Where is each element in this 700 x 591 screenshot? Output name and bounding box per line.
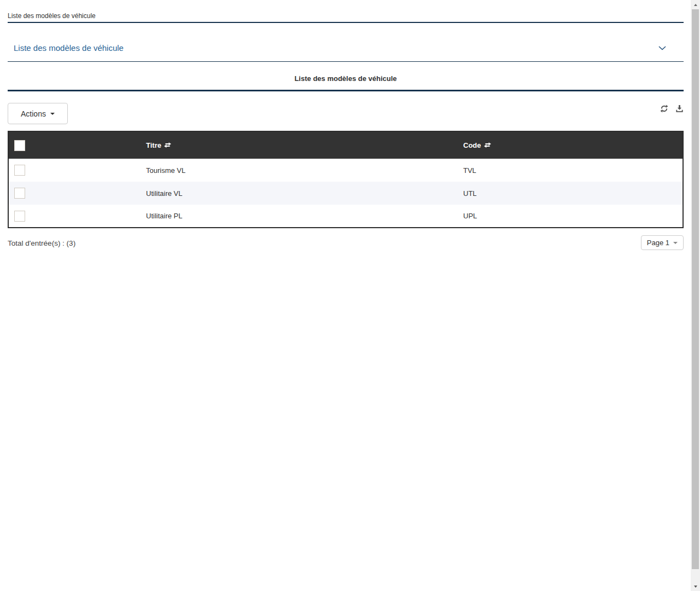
column-header-titre-label: Titre xyxy=(146,141,161,149)
data-table-wrapper: Titre Code xyxy=(8,131,684,228)
column-header-code[interactable]: Code xyxy=(459,131,683,159)
table-row: Tourisme VL TVL xyxy=(8,159,683,182)
column-header-code-label: Code xyxy=(463,141,481,149)
scrollbar[interactable] xyxy=(691,0,700,591)
sort-icon xyxy=(484,141,491,149)
total-entries-label: Total d'entrée(s) : (3) xyxy=(8,239,75,247)
refresh-button[interactable] xyxy=(660,105,668,113)
row-checkbox[interactable] xyxy=(14,188,25,199)
cell-titre: Tourisme VL xyxy=(146,166,185,175)
arrow-down-icon xyxy=(694,586,697,588)
arrow-up-icon xyxy=(694,4,697,6)
cell-titre: Utilitaire VL xyxy=(146,189,182,198)
collapsible-panel-header[interactable]: Liste des modèles de véhicule xyxy=(8,23,684,62)
table-tools xyxy=(660,105,684,113)
vehicle-models-table: Titre Code xyxy=(8,131,684,228)
toolbar: Actions xyxy=(8,103,684,124)
row-checkbox[interactable] xyxy=(14,165,25,176)
table-row: Utilitaire PL UPL xyxy=(8,205,683,228)
scrollbar-thumb[interactable] xyxy=(692,9,699,569)
actions-button[interactable]: Actions xyxy=(8,103,68,124)
sort-icon xyxy=(164,141,171,149)
page-selector-label: Page 1 xyxy=(647,239,669,247)
table-header-row: Titre Code xyxy=(8,131,683,159)
select-all-checkbox[interactable] xyxy=(14,140,25,151)
cell-code: UPL xyxy=(463,212,477,220)
cell-titre: Utilitaire PL xyxy=(146,212,182,220)
refresh-icon xyxy=(660,106,668,114)
caret-down-icon xyxy=(50,113,55,115)
table-footer: Total d'entrée(s) : (3) Page 1 xyxy=(8,235,684,250)
cell-code: TVL xyxy=(463,166,476,175)
scrollbar-up-button[interactable] xyxy=(691,0,700,9)
panel-title: Liste des modèles de véhicule xyxy=(14,43,124,53)
section-title: Liste des modèles de véhicule xyxy=(8,62,684,91)
download-button[interactable] xyxy=(675,105,684,113)
download-icon xyxy=(675,106,684,114)
actions-button-label: Actions xyxy=(21,109,46,118)
scrollbar-down-button[interactable] xyxy=(691,582,700,591)
page-selector-button[interactable]: Page 1 xyxy=(641,235,684,250)
chevron-down-icon xyxy=(658,43,666,53)
caret-down-icon xyxy=(673,242,678,244)
cell-code: UTL xyxy=(463,189,477,198)
breadcrumb: Liste des modèles de véhicule xyxy=(8,12,96,20)
breadcrumb-bar: Liste des modèles de véhicule xyxy=(8,0,684,23)
page: Liste des modèles de véhicule Liste des … xyxy=(0,0,691,591)
table-row: Utilitaire VL UTL xyxy=(8,182,683,205)
column-header-titre[interactable]: Titre xyxy=(142,131,459,159)
row-checkbox[interactable] xyxy=(14,211,25,222)
